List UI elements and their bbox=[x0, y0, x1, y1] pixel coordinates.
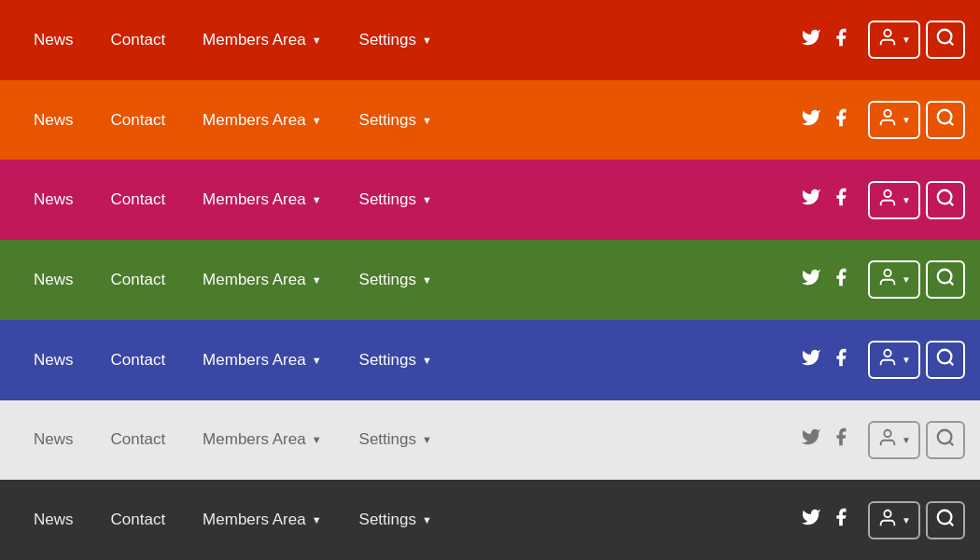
nav-link-contact[interactable]: Contact bbox=[92, 31, 185, 49]
facebook-icon[interactable] bbox=[831, 267, 851, 293]
user-caret-icon: ▼ bbox=[902, 115, 911, 125]
nav-link-members-area[interactable]: Members Area▼ bbox=[184, 111, 340, 130]
caret-icon: ▼ bbox=[312, 274, 322, 286]
nav-link-news[interactable]: News bbox=[15, 351, 92, 370]
user-button[interactable]: ▼ bbox=[868, 341, 920, 379]
caret-icon: ▼ bbox=[422, 514, 432, 525]
nav-link-members-area[interactable]: Members Area▼ bbox=[184, 511, 340, 529]
nav-link-settings[interactable]: Settings▼ bbox=[341, 111, 451, 130]
svg-line-11 bbox=[949, 282, 953, 286]
nav-links: NewsContactMembers Area▼Settings▼ bbox=[15, 271, 801, 289]
twitter-icon[interactable] bbox=[801, 107, 821, 133]
search-button[interactable] bbox=[926, 260, 965, 299]
user-button[interactable]: ▼ bbox=[868, 21, 920, 59]
facebook-icon[interactable] bbox=[831, 27, 851, 53]
svg-point-18 bbox=[884, 510, 890, 516]
nav-link-contact[interactable]: Contact bbox=[92, 430, 185, 449]
facebook-icon[interactable] bbox=[831, 107, 851, 133]
svg-line-20 bbox=[949, 522, 953, 525]
search-button[interactable] bbox=[926, 501, 965, 539]
svg-line-14 bbox=[949, 361, 953, 365]
user-button[interactable]: ▼ bbox=[868, 421, 920, 459]
caret-icon: ▼ bbox=[422, 35, 432, 46]
svg-line-5 bbox=[949, 121, 953, 125]
nav-link-settings[interactable]: Settings▼ bbox=[341, 190, 451, 209]
user-button[interactable]: ▼ bbox=[868, 260, 920, 299]
nav-link-news[interactable]: News bbox=[15, 111, 92, 130]
twitter-icon[interactable] bbox=[801, 347, 821, 373]
svg-line-8 bbox=[949, 202, 953, 205]
nav-link-members-area[interactable]: Members Area▼ bbox=[184, 31, 340, 49]
nav-link-members-area[interactable]: Members Area▼ bbox=[184, 190, 340, 209]
search-button[interactable] bbox=[926, 101, 965, 139]
svg-point-7 bbox=[938, 190, 952, 204]
nav-links: NewsContactMembers Area▼Settings▼ bbox=[15, 111, 801, 130]
twitter-icon[interactable] bbox=[801, 27, 821, 53]
facebook-icon[interactable] bbox=[831, 187, 851, 213]
nav-link-contact[interactable]: Contact bbox=[92, 190, 185, 209]
nav-link-text: Settings bbox=[359, 271, 416, 289]
nav-link-text: Members Area bbox=[203, 351, 306, 370]
svg-point-12 bbox=[884, 350, 890, 357]
nav-link-members-area[interactable]: Members Area▼ bbox=[184, 351, 340, 370]
nav-link-text: Members Area bbox=[203, 111, 306, 130]
user-button[interactable]: ▼ bbox=[868, 501, 920, 539]
search-button[interactable] bbox=[926, 181, 965, 219]
user-caret-icon: ▼ bbox=[902, 515, 911, 525]
nav-link-news[interactable]: News bbox=[15, 271, 92, 289]
nav-links: NewsContactMembers Area▼Settings▼ bbox=[15, 430, 801, 449]
navbar-row-2: NewsContactMembers Area▼Settings▼ ▼ bbox=[0, 160, 980, 240]
search-button[interactable] bbox=[926, 421, 965, 459]
svg-point-15 bbox=[884, 430, 890, 437]
nav-links: NewsContactMembers Area▼Settings▼ bbox=[15, 31, 801, 49]
search-icon bbox=[935, 188, 956, 213]
caret-icon: ▼ bbox=[422, 355, 432, 366]
social-icons bbox=[801, 427, 851, 453]
twitter-icon[interactable] bbox=[801, 267, 821, 293]
user-icon bbox=[877, 508, 898, 533]
nav-link-contact[interactable]: Contact bbox=[92, 111, 185, 130]
nav-link-members-area[interactable]: Members Area▼ bbox=[184, 430, 340, 449]
nav-link-news[interactable]: News bbox=[15, 511, 92, 529]
caret-icon: ▼ bbox=[312, 35, 322, 46]
nav-link-news[interactable]: News bbox=[15, 190, 92, 209]
nav-link-contact[interactable]: Contact bbox=[92, 511, 185, 529]
facebook-icon[interactable] bbox=[831, 507, 851, 533]
search-icon bbox=[935, 107, 956, 133]
search-button[interactable] bbox=[926, 341, 965, 379]
nav-link-news[interactable]: News bbox=[15, 31, 92, 49]
social-icons bbox=[801, 267, 851, 293]
navbar-row-4: NewsContactMembers Area▼Settings▼ ▼ bbox=[0, 320, 980, 400]
svg-point-10 bbox=[938, 270, 952, 284]
search-button[interactable] bbox=[926, 21, 965, 59]
facebook-icon[interactable] bbox=[831, 427, 851, 453]
caret-icon: ▼ bbox=[312, 115, 322, 126]
search-icon bbox=[935, 267, 956, 292]
facebook-icon[interactable] bbox=[831, 347, 851, 373]
navbar-row-5: NewsContactMembers Area▼Settings▼ ▼ bbox=[0, 400, 980, 481]
nav-link-text: Settings bbox=[359, 190, 416, 209]
nav-link-text: Settings bbox=[359, 111, 416, 130]
nav-link-settings[interactable]: Settings▼ bbox=[341, 430, 451, 449]
twitter-icon[interactable] bbox=[801, 187, 821, 213]
user-button[interactable]: ▼ bbox=[868, 101, 920, 139]
nav-link-settings[interactable]: Settings▼ bbox=[341, 511, 451, 529]
caret-icon: ▼ bbox=[312, 514, 322, 525]
nav-link-settings[interactable]: Settings▼ bbox=[341, 31, 451, 49]
user-caret-icon: ▼ bbox=[902, 435, 911, 445]
twitter-icon[interactable] bbox=[801, 427, 821, 453]
user-button[interactable]: ▼ bbox=[868, 181, 920, 219]
nav-link-contact[interactable]: Contact bbox=[92, 351, 185, 370]
nav-link-settings[interactable]: Settings▼ bbox=[341, 271, 451, 289]
navbar-row-0: NewsContactMembers Area▼Settings▼ ▼ bbox=[0, 0, 980, 80]
user-icon bbox=[877, 427, 898, 453]
nav-link-contact[interactable]: Contact bbox=[92, 271, 185, 289]
nav-link-members-area[interactable]: Members Area▼ bbox=[184, 271, 340, 289]
user-caret-icon: ▼ bbox=[902, 274, 911, 285]
nav-link-text: Members Area bbox=[203, 511, 306, 529]
social-icons bbox=[801, 187, 851, 213]
nav-link-news[interactable]: News bbox=[15, 430, 92, 449]
svg-point-6 bbox=[884, 190, 890, 197]
nav-link-settings[interactable]: Settings▼ bbox=[341, 351, 451, 370]
twitter-icon[interactable] bbox=[801, 507, 821, 533]
